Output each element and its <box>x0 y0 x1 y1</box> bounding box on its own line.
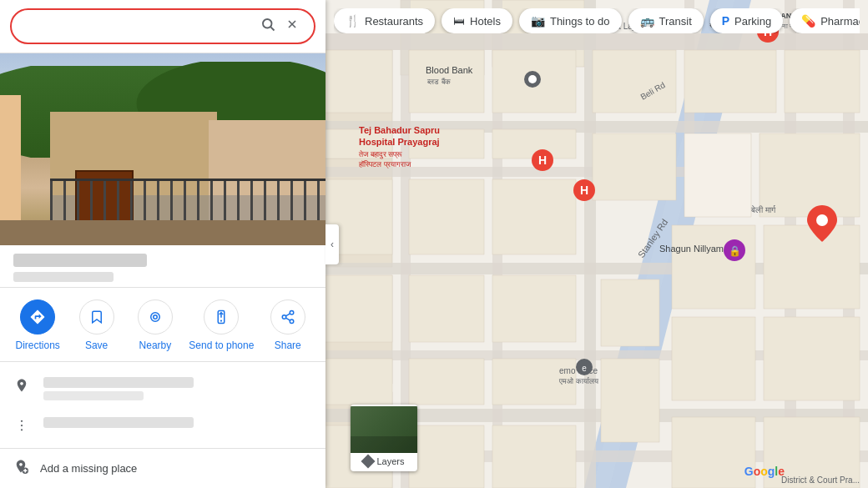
address-text <box>43 377 194 400</box>
svg-point-14 <box>21 420 23 421</box>
nearby-label: Nearby <box>139 340 172 353</box>
svg-rect-69 <box>409 359 484 405</box>
map-copyright: District & Court Pra... <box>781 475 860 485</box>
things-to-do-filter[interactable]: 📷 Things to do <box>519 8 622 33</box>
svg-text:e: e <box>582 364 587 373</box>
collapse-panel-button[interactable]: ‹ <box>326 224 339 264</box>
save-icon <box>79 299 114 335</box>
svg-point-10 <box>282 315 286 319</box>
svg-rect-67 <box>492 275 576 342</box>
action-buttons-row: Directions Save Nearby <box>0 288 326 362</box>
save-button[interactable]: Save <box>72 299 122 353</box>
svg-text:Blood Bank: Blood Bank <box>426 65 473 75</box>
svg-point-11 <box>290 319 294 324</box>
transit-filter[interactable]: 🚌 Transit <box>628 8 704 33</box>
extra-text <box>43 417 194 428</box>
parking-icon: P <box>722 14 729 28</box>
add-missing-icon <box>13 459 28 478</box>
hotels-icon: 🛏 <box>453 14 465 28</box>
pharmacy-filter[interactable]: 💊 Pharmac... <box>790 8 860 33</box>
layers-thumbnail <box>351 406 417 453</box>
copyright-text: District & Court Pra... <box>781 475 860 485</box>
close-button[interactable] <box>280 16 304 37</box>
svg-rect-50 <box>601 279 659 346</box>
svg-rect-68 <box>326 359 392 405</box>
svg-line-1 <box>270 27 274 30</box>
svg-text:Shagun Nillyam: Shagun Nillyam <box>659 244 724 254</box>
layers-button[interactable]: Layers <box>351 405 417 471</box>
send-to-phone-button[interactable]: Send to phone <box>189 299 254 353</box>
transit-icon: 🚌 <box>640 14 654 28</box>
map-filter-bar: 🍴 Restaurants 🛏 Hotels 📷 Things to do 🚌 … <box>334 8 860 33</box>
things-to-do-label: Things to do <box>550 15 610 28</box>
svg-line-12 <box>285 318 290 320</box>
share-label: Share <box>275 340 301 353</box>
layers-label-row: Layers <box>351 453 417 470</box>
share-button[interactable]: Share <box>263 299 313 353</box>
parking-filter[interactable]: P Parking <box>710 8 783 33</box>
info-rows <box>0 362 326 448</box>
pharmacy-icon: 💊 <box>801 14 815 28</box>
svg-point-4 <box>154 315 158 319</box>
place-detail <box>13 272 114 282</box>
svg-rect-65 <box>326 275 392 342</box>
save-label: Save <box>85 340 108 353</box>
search-button[interactable] <box>255 15 280 38</box>
svg-rect-61 <box>492 179 576 254</box>
address-pin-icon <box>13 378 30 397</box>
nearby-button[interactable]: Nearby <box>130 299 180 353</box>
svg-rect-44 <box>785 50 860 113</box>
restaurants-icon: 🍴 <box>346 14 360 28</box>
svg-text:एमओ कार्यालय: एमओ कार्यालय <box>558 376 599 385</box>
svg-point-102 <box>816 214 828 226</box>
svg-rect-49 <box>764 225 860 309</box>
svg-text:Tej Bahadur Sapru: Tej Bahadur Sapru <box>359 125 440 135</box>
svg-rect-48 <box>672 225 755 309</box>
place-name <box>13 254 147 267</box>
add-missing-place[interactable]: Add a missing place <box>0 448 326 488</box>
share-icon <box>270 299 305 335</box>
restaurants-label: Restaurants <box>365 15 423 28</box>
svg-point-9 <box>290 311 294 315</box>
svg-point-97 <box>528 75 537 83</box>
svg-text:H: H <box>538 153 547 167</box>
svg-point-16 <box>21 429 23 430</box>
layers-diamond-icon <box>361 455 376 469</box>
svg-rect-73 <box>492 425 576 488</box>
send-to-phone-icon <box>204 299 239 335</box>
collapse-arrow-icon: ‹ <box>331 239 334 250</box>
svg-rect-42 <box>593 50 676 113</box>
search-input[interactable] <box>22 20 255 33</box>
dots-icon <box>13 418 30 437</box>
svg-rect-72 <box>409 425 484 488</box>
extra-info-row[interactable] <box>0 409 326 445</box>
search-input-wrapper <box>10 8 315 44</box>
svg-rect-47 <box>760 133 860 217</box>
address-row[interactable] <box>0 369 326 409</box>
things-to-do-icon: 📷 <box>531 14 545 28</box>
layers-label: Layers <box>376 456 404 466</box>
svg-rect-62 <box>326 50 392 113</box>
hotels-filter[interactable]: 🛏 Hotels <box>442 8 512 33</box>
directions-label: Directions <box>16 340 60 353</box>
restaurants-filter[interactable]: 🍴 Restaurants <box>334 8 435 33</box>
svg-rect-53 <box>601 359 659 442</box>
parking-label: Parking <box>734 15 771 28</box>
map-area[interactable]: Lala Lajpat Rai Rd ⇄ Beli Rd Stanley Rd … <box>326 0 868 488</box>
svg-rect-45 <box>593 133 676 200</box>
svg-text:हॉस्पिटल प्रयागराज: हॉस्पिटल प्रयागराज <box>358 160 411 169</box>
street-view-image[interactable] <box>0 53 326 245</box>
svg-text:H: H <box>580 184 588 197</box>
svg-rect-46 <box>684 133 751 217</box>
svg-point-15 <box>21 424 23 425</box>
svg-text:Hospital Prayagraj: Hospital Prayagraj <box>359 137 440 147</box>
svg-rect-51 <box>672 317 755 400</box>
svg-text:🔒: 🔒 <box>729 244 741 257</box>
google-logo: Google <box>744 465 785 478</box>
svg-line-13 <box>285 314 290 316</box>
svg-rect-52 <box>764 317 860 400</box>
svg-point-5 <box>151 313 160 322</box>
nearby-icon <box>138 299 173 335</box>
svg-rect-60 <box>409 179 484 254</box>
directions-button[interactable]: Directions <box>13 299 63 353</box>
